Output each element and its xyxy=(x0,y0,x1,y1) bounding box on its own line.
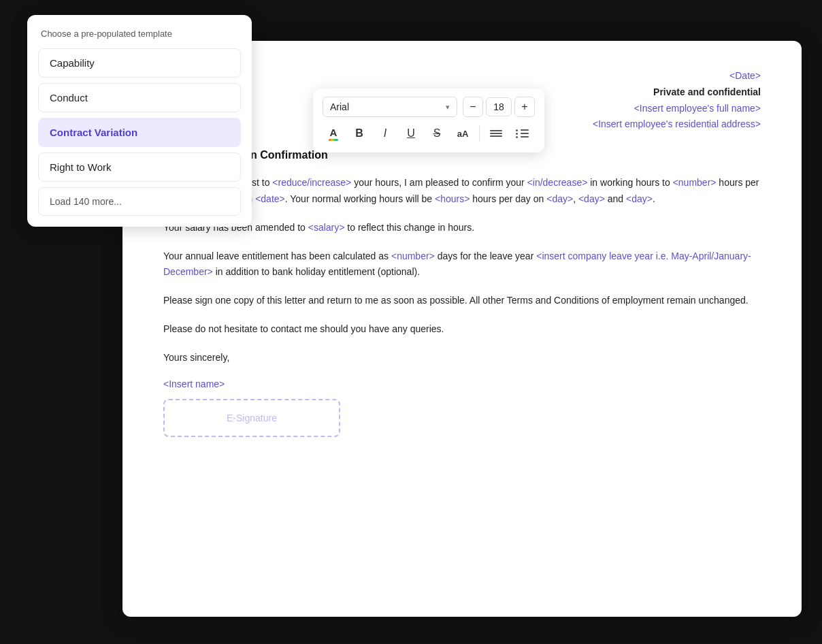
font-family-select[interactable]: Arial ▾ xyxy=(323,97,457,117)
esignature-label: E-Signature xyxy=(227,413,277,423)
font-family-value: Arial xyxy=(330,101,349,112)
format-toolbar: Arial ▾ − + A B I U S aA xyxy=(313,88,544,152)
font-size-decrease-button[interactable]: − xyxy=(463,97,483,117)
color-bar xyxy=(329,139,338,141)
font-size-control: − + xyxy=(463,97,535,117)
text-color-button[interactable]: A xyxy=(323,123,344,144)
template-panel: Choose a pre-populated template Capabili… xyxy=(27,15,252,227)
font-size-increase-button[interactable]: + xyxy=(514,97,535,117)
italic-button[interactable]: I xyxy=(374,123,396,144)
esignature-box[interactable]: E-Signature xyxy=(163,399,340,437)
strikethrough-button[interactable]: S xyxy=(426,123,448,144)
para-5: Please do not hesitate to contact me sho… xyxy=(163,321,761,338)
toolbar-divider xyxy=(479,125,480,142)
para-2: Your salary has been amended to <salary>… xyxy=(163,220,761,236)
para-4: Please sign one copy of this letter and … xyxy=(163,293,761,309)
toolbar-row-font: Arial ▾ − + xyxy=(323,97,535,117)
chevron-down-icon: ▾ xyxy=(446,103,450,112)
list-icon xyxy=(512,126,532,142)
template-item-conduct[interactable]: Conduct xyxy=(38,83,241,112)
template-panel-title: Choose a pre-populated template xyxy=(38,29,241,39)
para-1: Following your request to <reduce/increa… xyxy=(163,175,761,208)
template-item-capability[interactable]: Capability xyxy=(38,48,241,78)
bold-button[interactable]: B xyxy=(348,123,370,144)
doc-body: Following your request to <reduce/increa… xyxy=(163,175,761,436)
para-3: Your annual leave entitlement has been c… xyxy=(163,248,761,281)
list-button[interactable] xyxy=(511,123,533,144)
template-item-contract-variation[interactable]: Contract Variation xyxy=(38,118,241,147)
align-icon xyxy=(486,126,506,141)
color-a-icon: A xyxy=(329,127,338,141)
underline-button[interactable]: U xyxy=(400,123,422,144)
toolbar-row-format: A B I U S aA xyxy=(323,123,535,144)
load-more-button[interactable]: Load 140 more... xyxy=(38,187,241,216)
change-case-button[interactable]: aA xyxy=(452,123,474,144)
align-button[interactable] xyxy=(485,123,507,144)
font-size-input[interactable] xyxy=(486,97,512,116)
signature-area: <Insert name> E-Signature xyxy=(163,379,761,437)
date-placeholder: <Date> xyxy=(163,68,761,84)
closing: Yours sincerely, xyxy=(163,350,761,366)
template-item-right-to-work[interactable]: Right to Work xyxy=(38,152,241,182)
insert-name-placeholder: <Insert name> xyxy=(163,379,761,389)
